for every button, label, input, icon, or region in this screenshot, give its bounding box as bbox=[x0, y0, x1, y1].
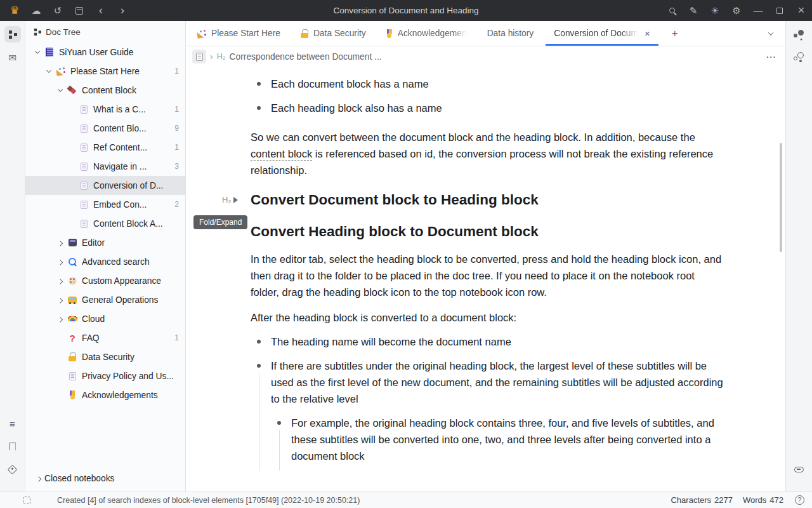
scrollbar-thumb[interactable] bbox=[780, 143, 782, 252]
tree-item-navigate-in[interactable]: Navigate in ...3 bbox=[25, 157, 185, 176]
tree-item-please-start-here[interactable]: Please Start Here1 bbox=[25, 62, 185, 81]
chevron-right-icon[interactable] bbox=[55, 298, 66, 302]
tree-item-editor[interactable]: Editor bbox=[25, 233, 185, 252]
forward-icon[interactable]: › bbox=[112, 0, 133, 20]
outline-icon[interactable]: ≡ bbox=[4, 415, 21, 432]
tree-item-cloud[interactable]: Cloud bbox=[25, 309, 185, 328]
heading-gutter: H₂ bbox=[222, 195, 238, 204]
tree-item-custom-appearance[interactable]: Custom Appearance bbox=[25, 271, 185, 290]
breadcrumb-heading-title[interactable]: Correspondence between Document ... bbox=[230, 52, 382, 62]
tree-item-acknowledgements[interactable]: Acknowledgements bbox=[25, 385, 185, 404]
tab-please-start-here[interactable]: Please Start Here bbox=[187, 21, 291, 46]
close-button[interactable]: × bbox=[790, 0, 812, 21]
list-item[interactable]: The heading name will become the documen… bbox=[251, 333, 724, 350]
nested-bullet-list: For example, the original heading block … bbox=[271, 415, 724, 464]
history-icon[interactable]: ↺ bbox=[47, 0, 69, 21]
chevron-right-icon[interactable] bbox=[55, 241, 66, 244]
list-item[interactable]: Each document block has a name bbox=[251, 76, 724, 92]
block-reference-link[interactable]: content block bbox=[251, 148, 312, 161]
list-item[interactable]: If there are subtitles under the origina… bbox=[251, 358, 724, 464]
tab-conversion-of-document[interactable]: Conversion of Docum× bbox=[544, 21, 660, 46]
document-icon bbox=[69, 372, 76, 380]
party-popper-icon bbox=[56, 67, 65, 76]
paragraph[interactable]: After the heading block is converted to … bbox=[251, 309, 724, 326]
cloud-sync-icon[interactable]: ☁ bbox=[25, 0, 47, 21]
more-options-icon[interactable]: ⋯ bbox=[766, 51, 776, 63]
settings-icon[interactable]: ⚙ bbox=[726, 0, 747, 21]
chevron-right-icon[interactable] bbox=[55, 279, 66, 283]
document-icon bbox=[81, 105, 88, 114]
calendar-glyph bbox=[75, 7, 83, 15]
fold-toggle-icon[interactable] bbox=[233, 197, 238, 203]
backlinks-icon[interactable] bbox=[791, 461, 808, 478]
word-count: Words472 bbox=[743, 495, 783, 505]
edit-mode-icon[interactable]: ✎ bbox=[683, 0, 704, 21]
tree-item-embed-content[interactable]: Embed Con...2 bbox=[25, 195, 185, 214]
heading-convert-document-to-heading[interactable]: Convert Document block to Heading block bbox=[251, 190, 724, 210]
breadcrumb-doc-button[interactable] bbox=[192, 50, 206, 64]
tree-item-ref-content-block[interactable]: Ref Content...1 bbox=[25, 138, 185, 157]
minimize-button[interactable]: — bbox=[747, 0, 769, 21]
document-icon bbox=[196, 53, 203, 61]
help-icon[interactable]: ? bbox=[795, 495, 804, 505]
magnifier-icon bbox=[69, 258, 77, 266]
tab-bar: Please Start Here Data Security Acknowle… bbox=[186, 21, 785, 46]
heading-level-label: H₂ bbox=[222, 195, 231, 204]
tree-item-advanced-search[interactable]: Advanced search bbox=[25, 252, 185, 271]
paragraph[interactable]: In the editor tab, select the heading bl… bbox=[251, 251, 724, 300]
bullet-list: The heading name will become the documen… bbox=[251, 333, 724, 464]
app-window: ♛ ☁ ↺ ‹ › Conversion of Document and Hea… bbox=[0, 0, 812, 508]
lock-icon bbox=[301, 29, 308, 38]
bullet-list: Each document block has a name Each head… bbox=[251, 76, 724, 116]
global-graph-icon[interactable] bbox=[791, 49, 808, 65]
tree-item-content-block-attributes[interactable]: Content Block A... bbox=[25, 214, 185, 233]
tree-item-privacy-policy[interactable]: Privacy Policy and Us... bbox=[25, 366, 185, 385]
tree-item-siyuan-user-guide[interactable]: SiYuan User Guide bbox=[25, 43, 185, 62]
chevron-right-icon[interactable] bbox=[55, 317, 66, 321]
doc-tree: SiYuan User Guide Please Start Here1 Con… bbox=[25, 43, 185, 467]
workspace-icon[interactable]: ♛ bbox=[4, 0, 25, 21]
party-popper-icon bbox=[197, 29, 206, 38]
chevron-down-icon[interactable] bbox=[55, 88, 66, 92]
close-tab-icon[interactable]: × bbox=[645, 28, 650, 39]
tree-item-data-security[interactable]: Data Security bbox=[25, 347, 185, 366]
list-item[interactable]: Each heading block also has a name bbox=[251, 100, 724, 116]
doc-tree-header: Doc Tree bbox=[25, 21, 185, 43]
tree-item-faq[interactable]: ?FAQ1 bbox=[25, 328, 185, 347]
editor-pane: Please Start Here Data Security Acknowle… bbox=[186, 21, 785, 491]
document-icon bbox=[81, 144, 88, 152]
chevron-right-icon[interactable] bbox=[55, 260, 66, 264]
tree-item-general-operations[interactable]: General Operations bbox=[25, 290, 185, 309]
graph-view-icon[interactable] bbox=[791, 26, 808, 43]
tab-acknowledgements[interactable]: Acknowledgemen bbox=[376, 21, 477, 46]
tab-data-history[interactable]: Data history bbox=[477, 21, 544, 46]
tree-item-content-block-types[interactable]: Content Blo...9 bbox=[25, 119, 185, 138]
link-glyph bbox=[794, 467, 804, 472]
tab-data-security[interactable]: Data Security bbox=[291, 21, 376, 46]
breadcrumb-separator: › bbox=[210, 51, 213, 62]
bookmark-icon[interactable] bbox=[4, 438, 21, 455]
tab-list-dropdown[interactable] bbox=[756, 21, 785, 46]
maximize-button[interactable] bbox=[769, 0, 790, 21]
chevron-down-icon[interactable] bbox=[43, 69, 55, 73]
closed-notebooks-toggle[interactable]: Closed notebooks bbox=[25, 467, 185, 489]
theme-icon[interactable]: ☀ bbox=[704, 0, 726, 21]
daily-note-icon[interactable] bbox=[69, 0, 90, 21]
doc-tree-dock-icon[interactable] bbox=[4, 26, 21, 43]
tree-item-what-is-a-content-block[interactable]: What is a C...1 bbox=[25, 100, 185, 119]
tag-icon[interactable] bbox=[4, 461, 21, 478]
paragraph[interactable]: So we can convert between the document b… bbox=[251, 129, 724, 178]
list-item[interactable]: For example, the original heading block … bbox=[271, 415, 724, 464]
add-tab-button[interactable]: + bbox=[660, 21, 690, 46]
document-editor[interactable]: Each document block has a name Each head… bbox=[186, 67, 785, 491]
back-icon[interactable]: ‹ bbox=[90, 0, 112, 20]
chevron-down-icon[interactable] bbox=[32, 50, 43, 54]
search-icon[interactable] bbox=[661, 0, 683, 21]
heading-convert-heading-to-document[interactable]: Convert Heading block to Document block bbox=[251, 222, 724, 242]
chevron-down-icon bbox=[768, 30, 773, 35]
tree-item-content-block[interactable]: Content Block bbox=[25, 81, 185, 100]
tree-item-conversion-of-document[interactable]: Conversion of D... bbox=[25, 176, 185, 195]
inbox-icon[interactable]: ✉ bbox=[4, 49, 21, 65]
right-dock bbox=[785, 21, 812, 491]
selection-icon[interactable] bbox=[23, 497, 30, 504]
